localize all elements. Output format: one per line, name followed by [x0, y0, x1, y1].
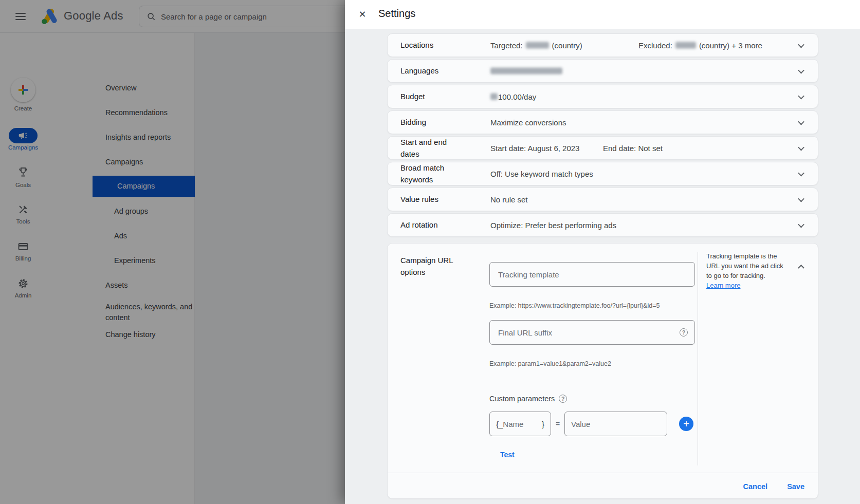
row-label: Languages	[400, 65, 465, 77]
expand-locations-button[interactable]	[794, 38, 808, 52]
suffix-example-text: Example: param1=value1&param2=value2	[489, 360, 611, 367]
languages-value	[490, 68, 562, 74]
end-date-value: End date: Not set	[603, 144, 663, 153]
final-url-suffix-field: ?	[489, 320, 695, 345]
param-value-input[interactable]	[571, 420, 661, 428]
settings-title: Settings	[378, 8, 415, 20]
chevron-down-icon	[798, 221, 804, 228]
chevron-down-icon	[798, 67, 804, 73]
row-locations[interactable]: Locations Targeted: (country) Excluded: …	[387, 33, 818, 57]
final-url-suffix-input[interactable]	[489, 320, 695, 345]
tracking-example-text: Example: https://www.trackingtemplate.fo…	[489, 302, 660, 309]
row-campaign-url-options: Campaign URL options Example: https://ww…	[387, 243, 818, 499]
locations-targeted: Targeted: (country)	[490, 41, 582, 50]
row-label: Broad match keywords	[400, 162, 465, 185]
row-label: Ad rotation	[400, 219, 465, 231]
param-name-field[interactable]: {_ }	[489, 412, 551, 436]
row-label: Value rules	[400, 194, 465, 206]
expand-broad-match-button[interactable]	[794, 166, 808, 181]
expand-value-rules-button[interactable]	[794, 192, 808, 207]
learn-more-link[interactable]: Learn more	[706, 282, 740, 289]
tracking-template-field	[489, 262, 695, 287]
param-name-input[interactable]	[503, 420, 542, 428]
redacted-country	[675, 42, 696, 49]
help-icon[interactable]: ?	[559, 395, 567, 403]
row-label: Budget	[400, 91, 465, 103]
row-budget[interactable]: Budget 100.00/day	[387, 85, 818, 108]
redacted-currency	[490, 94, 498, 100]
row-ad-rotation[interactable]: Ad rotation Optimize: Prefer best perfor…	[387, 213, 818, 237]
divider	[698, 252, 698, 465]
row-value-rules[interactable]: Value rules No rule set	[387, 188, 818, 211]
expand-languages-button[interactable]	[794, 64, 808, 78]
chevron-down-icon	[798, 41, 804, 48]
chevron-down-icon	[798, 92, 804, 99]
chevron-down-icon	[798, 118, 804, 125]
cancel-button[interactable]: Cancel	[743, 482, 768, 491]
help-icon[interactable]: ?	[680, 328, 688, 337]
locations-excluded: Excluded: (country) + 3 more	[638, 41, 762, 50]
settings-body: Locations Targeted: (country) Excluded: …	[345, 29, 860, 504]
row-label: Locations	[400, 40, 465, 51]
chevron-down-icon	[798, 144, 804, 151]
row-bidding[interactable]: Bidding Maximize conversions	[387, 110, 818, 134]
chevron-up-icon	[798, 264, 804, 271]
expand-budget-button[interactable]	[794, 89, 808, 104]
ad-rotation-value: Optimize: Prefer best performing ads	[490, 221, 616, 230]
settings-panel: ✕ Settings Locations Targeted: (country)…	[345, 0, 860, 504]
chevron-down-icon	[798, 195, 804, 202]
broad-match-value: Off: Use keyword match types	[490, 170, 593, 178]
collapse-url-options-button[interactable]	[794, 259, 808, 273]
param-suffix: }	[542, 420, 544, 428]
budget-value: 100.00/day	[490, 92, 536, 101]
settings-footer: Cancel Save	[388, 473, 818, 499]
value-rules-value: No rule set	[490, 195, 528, 204]
tracking-help-text: Tracking template is the URL you want th…	[706, 252, 784, 290]
test-link[interactable]: Test	[500, 451, 515, 459]
tracking-template-input[interactable]	[489, 262, 695, 287]
expand-dates-button[interactable]	[794, 141, 808, 155]
save-button[interactable]: Save	[787, 482, 804, 491]
param-value-field[interactable]	[564, 412, 667, 436]
equals-sign: =	[556, 420, 560, 428]
expand-bidding-button[interactable]	[794, 115, 808, 129]
bidding-value: Maximize conversions	[490, 118, 566, 127]
row-languages[interactable]: Languages	[387, 59, 818, 83]
row-dates[interactable]: Start and end dates Start date: August 6…	[387, 136, 818, 160]
row-label: Campaign URL options	[400, 255, 467, 278]
chevron-down-icon	[798, 170, 804, 176]
row-broad-match[interactable]: Broad match keywords Off: Use keyword ma…	[387, 162, 818, 185]
row-label: Bidding	[400, 117, 465, 128]
param-prefix: {_	[496, 420, 503, 428]
screen: Google Ads Create	[0, 0, 860, 504]
expand-ad-rotation-button[interactable]	[794, 218, 808, 232]
settings-header: ✕ Settings	[345, 0, 860, 29]
row-label: Start and end dates	[400, 137, 465, 160]
add-parameter-button[interactable]: +	[679, 417, 693, 431]
redacted-languages	[490, 68, 562, 74]
start-date-value: Start date: August 6, 2023	[490, 144, 579, 153]
close-icon[interactable]: ✕	[356, 8, 369, 21]
redacted-country	[526, 42, 549, 49]
custom-parameters-label: Custom parameters ?	[489, 395, 567, 403]
